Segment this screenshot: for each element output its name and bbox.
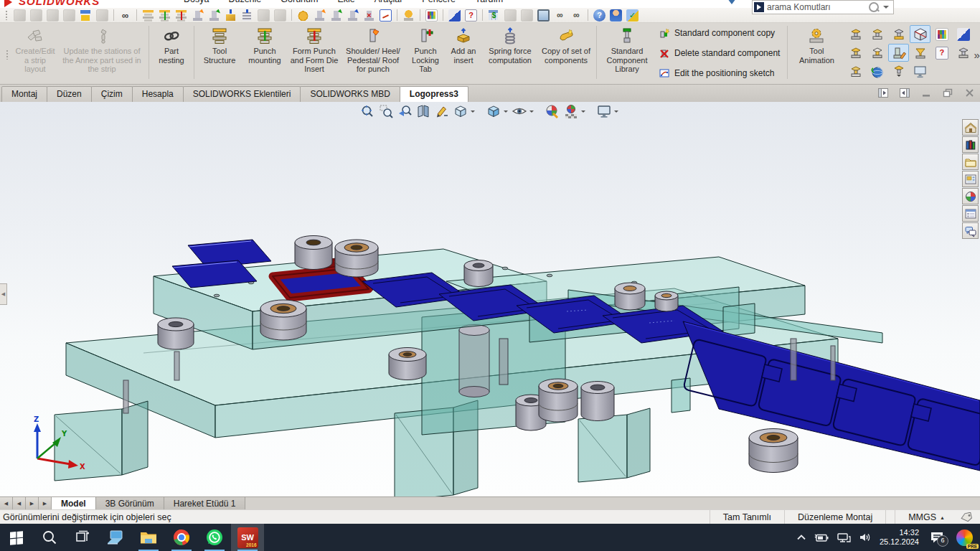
link-open-icon[interactable]: ∞ xyxy=(570,9,583,22)
model-tab[interactable]: Model xyxy=(52,497,96,510)
punch-variant-button[interactable] xyxy=(953,44,974,62)
file-explorer-button[interactable] xyxy=(962,154,979,170)
hide-show-caret-icon[interactable] xyxy=(529,110,534,115)
collapse-right-pane-button[interactable] xyxy=(898,88,911,98)
edit-appearance-button[interactable] xyxy=(544,103,561,119)
view-settings-button[interactable] xyxy=(595,103,613,119)
shoulder-heel-pedestal-roof-button[interactable]: Shoulder/ Heel/ Pedestal/ Roof for punch xyxy=(341,25,405,81)
tag-icon[interactable] xyxy=(961,512,973,522)
taskbar-clock[interactable]: 14:32 25.12.2024 xyxy=(880,528,919,547)
delete-question-button[interactable]: ? xyxy=(931,44,952,62)
screen-punch-icon[interactable] xyxy=(537,9,550,22)
separator[interactable] xyxy=(113,9,114,21)
punch-variant-button[interactable] xyxy=(867,25,887,43)
tutor-icon[interactable] xyxy=(610,9,622,22)
home-tab-button[interactable] xyxy=(962,119,979,136)
design-library-button[interactable] xyxy=(962,136,979,153)
zoom-to-area-button[interactable] xyxy=(377,103,395,119)
separator[interactable] xyxy=(443,9,443,21)
view-settings-button[interactable] xyxy=(910,62,930,80)
menu-yardim[interactable]: Yardım xyxy=(475,0,503,4)
tool-structure-button[interactable]: Tool Structure xyxy=(197,25,242,81)
punch-variant-button[interactable] xyxy=(845,44,866,62)
color-palette-icon[interactable] xyxy=(425,9,438,22)
spring-force-computation-button[interactable]: Spring force computation xyxy=(481,25,539,81)
menu-gorunum[interactable]: Görünüm xyxy=(281,0,318,4)
station-down-icon[interactable] xyxy=(47,9,59,22)
standard-library-icon[interactable] xyxy=(297,9,309,22)
scroll-last-button[interactable]: ▶ xyxy=(39,497,52,510)
table-gray-icon[interactable] xyxy=(504,9,517,22)
tool-animation-button[interactable]: Tool Animation xyxy=(791,25,842,81)
standard-green-icon[interactable] xyxy=(330,9,342,22)
tray-chevron-button[interactable] xyxy=(796,534,806,541)
start-button[interactable] xyxy=(0,524,33,551)
modify-strip-icon[interactable] xyxy=(80,9,92,22)
part-nesting-icon[interactable]: ∞ xyxy=(119,9,131,22)
zoom-fit-button[interactable] xyxy=(359,103,376,119)
tab-duzen[interactable]: Düzen xyxy=(47,86,92,102)
pc-shortcut-button[interactable] xyxy=(99,524,132,551)
separator[interactable] xyxy=(588,9,588,21)
strip-fan-icon[interactable] xyxy=(63,9,75,22)
pin-menu-caret-icon[interactable] xyxy=(727,0,736,8)
apply-scene-button[interactable] xyxy=(562,103,580,119)
punch-funnel-button[interactable] xyxy=(910,44,930,62)
help-icon[interactable]: ? xyxy=(593,9,606,22)
restore-button[interactable] xyxy=(941,88,954,98)
update-annex-stations-button[interactable]: Update the stations of the Annex part us… xyxy=(58,25,146,81)
strip-pair-icon[interactable] xyxy=(96,9,108,22)
appearances-button[interactable] xyxy=(962,188,979,204)
feature-pane-collapse-handle[interactable]: ◀ xyxy=(0,283,7,305)
standard-move-icon[interactable] xyxy=(347,9,359,22)
save-die-set-icon[interactable] xyxy=(448,9,461,22)
search-icon[interactable] xyxy=(869,2,879,12)
strip-option-icon[interactable] xyxy=(14,9,26,22)
ribbon-drag-handle[interactable] xyxy=(6,50,9,60)
standard-copy-icon[interactable] xyxy=(314,9,326,22)
display-style-button[interactable] xyxy=(485,103,502,119)
network-status-icon[interactable] xyxy=(837,532,851,542)
graphics-area[interactable]: Z X Y xyxy=(0,102,980,496)
punch-mounting-icon[interactable] xyxy=(159,9,171,22)
task-view-button[interactable] xyxy=(66,524,99,551)
web-help-icon[interactable]: ✓ xyxy=(626,9,639,22)
view-orientation-caret-icon[interactable] xyxy=(471,110,475,115)
close-button[interactable] xyxy=(963,88,976,98)
save-die-set-button[interactable] xyxy=(953,25,974,43)
notification-center-button[interactable]: 6 xyxy=(930,531,944,544)
menu-ekle[interactable]: Ekle xyxy=(337,0,354,4)
view-orientation-button[interactable] xyxy=(452,103,469,119)
hide-show-items-button[interactable] xyxy=(511,103,528,119)
station-up-icon[interactable] xyxy=(30,9,42,22)
unit-system-selector[interactable]: MMGS▲ xyxy=(895,510,958,524)
tab-hesapla[interactable]: Hesapla xyxy=(132,86,184,102)
document-gray-icon[interactable] xyxy=(521,9,533,22)
whatsapp-button[interactable] xyxy=(198,524,231,551)
edit-positioning-sketch-button[interactable]: Edit the positioning sketch xyxy=(659,67,780,79)
spring-force-icon[interactable] xyxy=(241,9,253,22)
search-dropdown-caret-icon[interactable] xyxy=(883,6,889,11)
solidworks-app-button[interactable]: SW2016 xyxy=(231,524,264,551)
positioning-sketch-icon[interactable] xyxy=(380,9,392,22)
copy-set-of-components-button[interactable]: Copy of set of components xyxy=(539,25,593,81)
punch-mounting-button[interactable]: Punch mounting xyxy=(242,25,288,81)
punch-variant-button[interactable] xyxy=(845,62,866,80)
delete-question-icon[interactable]: ? xyxy=(465,9,477,22)
tab-logopress3[interactable]: Logopress3 xyxy=(400,86,468,102)
stamped-part[interactable] xyxy=(172,240,271,288)
collapse-left-pane-button[interactable] xyxy=(877,88,890,98)
link-new-icon[interactable]: ∞ xyxy=(554,9,566,22)
file-explorer-button[interactable] xyxy=(132,524,165,551)
forum-button[interactable] xyxy=(962,222,979,239)
punch-variant-button[interactable] xyxy=(845,25,866,43)
display-style-caret-icon[interactable] xyxy=(504,110,508,115)
die-assembly-model[interactable]: Z X Y xyxy=(0,102,980,496)
menu-duzenle[interactable]: Düzenle xyxy=(228,0,261,4)
standard-component-copy-button[interactable]: Standard component copy xyxy=(659,27,780,39)
cost-table-icon[interactable]: $ xyxy=(488,9,500,22)
minimize-button[interactable] xyxy=(920,88,933,98)
previous-view-button[interactable] xyxy=(396,103,413,119)
apply-scene-caret-icon[interactable] xyxy=(581,110,585,115)
chrome-button[interactable] xyxy=(165,524,198,551)
